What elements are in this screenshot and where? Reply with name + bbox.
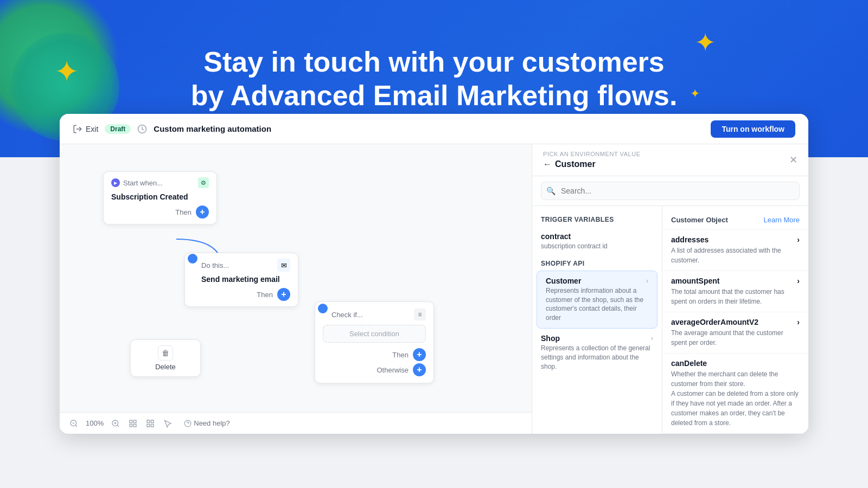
grid-icon[interactable] bbox=[145, 418, 156, 429]
search-input[interactable] bbox=[541, 182, 800, 200]
check-node[interactable]: Check if... ≡ Select condition Then + Ot… bbox=[315, 301, 434, 383]
panel-right-column: Customer Object Learn More addresses › A… bbox=[662, 206, 808, 434]
right-item-addresses[interactable]: addresses › A list of addresses associat… bbox=[662, 230, 808, 271]
close-panel-button[interactable]: ✕ bbox=[789, 154, 797, 166]
right-panel: PICK AN ENVIRONMENT VALUE ← Customer ✕ 🔍 bbox=[532, 144, 808, 434]
can-delete-title: canDelete bbox=[671, 359, 707, 368]
back-arrow-button[interactable]: ← bbox=[543, 159, 552, 169]
main-window: Exit Draft Custom marketing automation T… bbox=[60, 114, 808, 434]
header-left: Exit Draft Custom marketing automation bbox=[73, 124, 271, 134]
start-label-text: Start when... bbox=[123, 179, 163, 187]
star-decoration-1: ✦ bbox=[54, 54, 79, 89]
zoom-out-icon[interactable] bbox=[68, 418, 79, 429]
learn-more-link[interactable]: Learn More bbox=[764, 216, 800, 224]
svg-rect-14 bbox=[130, 424, 132, 427]
do-node[interactable]: Do this... ✉ Send marketing email Then + bbox=[184, 253, 298, 307]
right-item-avg-order[interactable]: averageOrderAmountV2 › The average amoun… bbox=[662, 312, 808, 354]
action-name: Send marketing email bbox=[193, 275, 290, 284]
add-action-button[interactable]: + bbox=[277, 288, 290, 301]
amount-spent-chevron: › bbox=[797, 277, 800, 285]
then-label3: Then bbox=[392, 351, 409, 359]
add-otherwise-button[interactable]: + bbox=[413, 363, 426, 376]
avg-order-chevron: › bbox=[797, 318, 800, 326]
avg-order-title: averageOrderAmountV2 bbox=[671, 318, 758, 326]
panel-body: Trigger Variables contract subscription … bbox=[532, 206, 808, 434]
svg-rect-12 bbox=[134, 420, 137, 423]
search-box: 🔍 bbox=[532, 176, 808, 206]
addresses-title: addresses bbox=[671, 235, 709, 244]
play-icon: ▶ bbox=[111, 178, 120, 187]
star-decoration-2: ✦ bbox=[694, 27, 716, 57]
env-label: PICK AN ENVIRONMENT VALUE bbox=[543, 151, 641, 157]
can-delete-desc: Whether the merchant can delete the cust… bbox=[671, 369, 800, 428]
turn-on-button[interactable]: Turn on workflow bbox=[711, 120, 795, 138]
check-dot bbox=[318, 304, 328, 313]
app-area: Exit Draft Custom marketing automation T… bbox=[0, 157, 868, 488]
add-then-button[interactable]: + bbox=[196, 206, 209, 219]
hero-text: Stay in touch with your customers by Adv… bbox=[191, 45, 678, 113]
exit-button[interactable]: Exit bbox=[73, 124, 98, 134]
check-node-icon: ≡ bbox=[414, 309, 426, 320]
panel-back: ← Customer bbox=[543, 159, 641, 169]
amount-spent-desc: The total amount that the customer has s… bbox=[671, 287, 800, 306]
panel-item-contract[interactable]: contract subscription contract id bbox=[532, 227, 662, 256]
bottom-bar: 100% Need help? bbox=[60, 412, 532, 434]
otherwise-label: Otherwise bbox=[376, 366, 409, 374]
start-node[interactable]: ▶ Start when... ⚙ Subscription Created T… bbox=[103, 171, 217, 224]
panel-item-customer[interactable]: Customer › Represents information about … bbox=[537, 271, 658, 329]
trigger-name: Subscription Created bbox=[111, 192, 209, 201]
fit-icon[interactable] bbox=[127, 418, 138, 429]
customer-object-title: Customer Object bbox=[671, 216, 728, 224]
then-label: Then bbox=[175, 208, 192, 216]
right-item-can-delete[interactable]: canDelete Whether the merchant can delet… bbox=[662, 354, 808, 434]
email-icon: ✉ bbox=[277, 259, 290, 272]
chevron-right-icon: › bbox=[646, 277, 648, 285]
addresses-desc: A list of addresses associated with the … bbox=[671, 246, 800, 265]
panel-header: PICK AN ENVIRONMENT VALUE ← Customer ✕ bbox=[532, 144, 808, 176]
panel-left-column: Trigger Variables contract subscription … bbox=[532, 206, 662, 434]
right-panel-header: Customer Object Learn More bbox=[662, 213, 808, 230]
delete-node[interactable]: 🗑 Delete bbox=[130, 339, 201, 377]
do-label-text: Do this... bbox=[201, 261, 229, 269]
trigger-variables-header: Trigger Variables bbox=[532, 213, 662, 227]
clock-icon bbox=[137, 124, 147, 134]
delete-label: Delete bbox=[155, 363, 176, 371]
svg-rect-11 bbox=[130, 420, 132, 423]
zoom-level: 100% bbox=[86, 419, 104, 427]
add-then-check-button[interactable]: + bbox=[413, 348, 426, 361]
star-decoration-3: ✦ bbox=[690, 87, 700, 101]
workflow-canvas: ▶ Start when... ⚙ Subscription Created T… bbox=[60, 144, 808, 434]
right-item-amount-spent[interactable]: amountSpent › The total amount that the … bbox=[662, 271, 808, 312]
panel-title: Customer bbox=[555, 159, 596, 169]
panel-item-shop[interactable]: Shop › Represents a collection of the ge… bbox=[532, 329, 662, 376]
window-header: Exit Draft Custom marketing automation T… bbox=[60, 114, 808, 144]
help-text: Need help? bbox=[194, 419, 230, 427]
hero-line2: by Advanced Email Marketing flows. bbox=[191, 80, 678, 111]
condition-placeholder[interactable]: Select condition bbox=[323, 325, 426, 343]
svg-line-8 bbox=[117, 425, 119, 427]
amount-spent-title: amountSpent bbox=[671, 277, 719, 285]
zoom-in-icon[interactable] bbox=[110, 418, 121, 429]
shop-chevron-icon: › bbox=[651, 335, 653, 342]
search-icon: 🔍 bbox=[546, 187, 556, 195]
hero-line1: Stay in touch with your customers bbox=[203, 46, 664, 78]
avg-order-desc: The average amount that the customer spe… bbox=[671, 328, 800, 348]
then-label2: Then bbox=[257, 291, 273, 299]
help-section[interactable]: Need help? bbox=[184, 419, 230, 427]
draft-badge: Draft bbox=[105, 124, 131, 134]
shopify-api-header: Shopify API bbox=[532, 256, 662, 271]
addresses-chevron: › bbox=[797, 235, 800, 244]
svg-line-5 bbox=[75, 425, 77, 427]
trash-icon[interactable]: 🗑 bbox=[158, 345, 173, 361]
exit-label: Exit bbox=[86, 125, 98, 133]
settings-icon[interactable]: ⚙ bbox=[198, 177, 209, 188]
svg-rect-13 bbox=[134, 424, 137, 427]
help-icon bbox=[184, 420, 192, 427]
window-title: Custom marketing automation bbox=[154, 124, 271, 133]
exit-icon bbox=[73, 124, 82, 134]
do-dot bbox=[188, 254, 197, 264]
check-label-text: Check if... bbox=[331, 311, 363, 319]
cursor-icon[interactable] bbox=[162, 418, 173, 429]
